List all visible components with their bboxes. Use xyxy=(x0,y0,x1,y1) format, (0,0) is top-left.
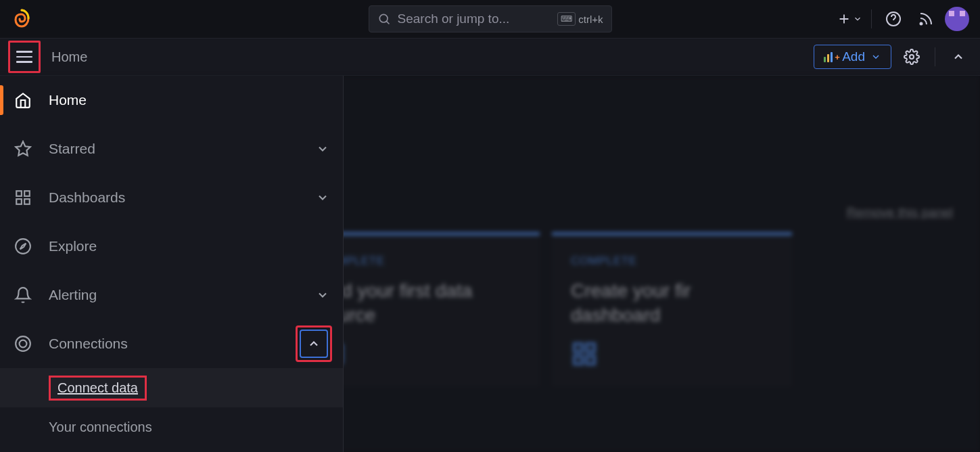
menu-toggle-button[interactable] xyxy=(16,51,32,63)
svg-point-17 xyxy=(20,340,27,348)
svg-marker-15 xyxy=(20,244,26,250)
sidebar-item-dashboards[interactable]: Dashboards xyxy=(0,173,343,222)
sidebar-item-alerting[interactable]: Alerting xyxy=(0,271,343,319)
svg-rect-12 xyxy=(16,199,22,204)
svg-point-2 xyxy=(920,23,923,25)
svg-rect-6 xyxy=(586,344,594,352)
svg-rect-5 xyxy=(574,344,582,352)
sidebar-item-label: Alerting xyxy=(49,287,300,303)
sidebar-item-starred[interactable]: Starred xyxy=(0,125,343,173)
sidebar-item-home[interactable]: Home xyxy=(0,76,343,125)
subbar: Home + Add xyxy=(0,38,980,76)
svg-rect-13 xyxy=(24,199,30,204)
database-icon xyxy=(319,340,521,367)
subbar-right: + Add xyxy=(814,43,972,70)
search-placeholder: Search or jump to... xyxy=(398,12,551,26)
keyboard-shortcut: ⌨ ctrl+k xyxy=(557,12,603,26)
chevron-down-icon[interactable] xyxy=(316,142,329,156)
help-button[interactable] xyxy=(880,5,907,32)
bell-icon xyxy=(14,286,32,304)
svg-rect-7 xyxy=(574,356,582,364)
card-dashboard[interactable]: COMPLETE Create your fir dashboard xyxy=(552,232,792,386)
svg-rect-8 xyxy=(586,356,594,364)
topbar: Search or jump to... ⌨ ctrl+k xyxy=(0,0,980,38)
sidebar-item-label: Explore xyxy=(49,238,329,254)
star-icon xyxy=(14,139,32,158)
sidebar-subitem-label: Your connections xyxy=(49,420,152,435)
sidebar-item-explore[interactable]: Explore xyxy=(0,222,343,271)
svg-point-14 xyxy=(16,239,30,254)
search-box[interactable]: Search or jump to... ⌨ ctrl+k xyxy=(369,5,612,32)
sidebar-item-label: Connections xyxy=(49,336,279,352)
chevron-down-icon[interactable] xyxy=(316,191,329,204)
svg-point-3 xyxy=(910,55,914,59)
dashboards-icon xyxy=(14,188,32,207)
sidebar-item-label: Starred xyxy=(49,141,300,157)
settings-button[interactable] xyxy=(898,43,925,70)
news-button[interactable] xyxy=(912,5,939,32)
svg-marker-9 xyxy=(16,141,30,156)
user-avatar[interactable] xyxy=(945,7,969,31)
sidebar-item-label: Dashboards xyxy=(49,189,300,206)
sidebar-item-connections[interactable]: Connections xyxy=(0,319,343,368)
add-panel-button[interactable]: + Add xyxy=(814,45,891,69)
expand-highlight xyxy=(296,325,332,362)
compass-icon xyxy=(14,237,32,256)
svg-point-0 xyxy=(379,14,388,22)
sidebar-item-label: Home xyxy=(49,92,329,108)
home-icon xyxy=(14,91,32,110)
sidebar: Home Starred Dashboards Explore Alerting xyxy=(0,76,344,452)
sidebar-subitem-label: Connect data xyxy=(57,380,138,395)
breadcrumb[interactable]: Home xyxy=(51,49,87,65)
connections-icon xyxy=(14,334,32,353)
chevron-down-icon[interactable] xyxy=(316,288,329,302)
connect-data-highlight: Connect data xyxy=(49,376,147,401)
topbar-right xyxy=(836,5,969,32)
sidebar-subitem-your-connections[interactable]: Your connections xyxy=(0,407,343,447)
chevron-up-button[interactable] xyxy=(300,330,328,358)
chevron-down-icon xyxy=(870,51,881,62)
sidebar-subitem-connect-data[interactable]: Connect data xyxy=(0,368,343,407)
divider xyxy=(871,9,872,28)
svg-rect-11 xyxy=(24,191,30,196)
keyboard-icon: ⌨ xyxy=(557,12,576,26)
svg-rect-10 xyxy=(16,191,22,196)
collapse-button[interactable] xyxy=(945,43,972,70)
search-icon xyxy=(377,12,391,26)
add-menu-button[interactable] xyxy=(836,5,863,32)
menu-toggle-highlight xyxy=(8,41,41,73)
svg-point-16 xyxy=(16,336,30,351)
divider xyxy=(935,47,935,66)
remove-panel-link[interactable]: Remove this panel xyxy=(847,205,953,220)
grafana-logo[interactable] xyxy=(11,8,32,30)
apps-icon xyxy=(571,340,773,367)
panel-bars-icon: + xyxy=(824,52,837,62)
